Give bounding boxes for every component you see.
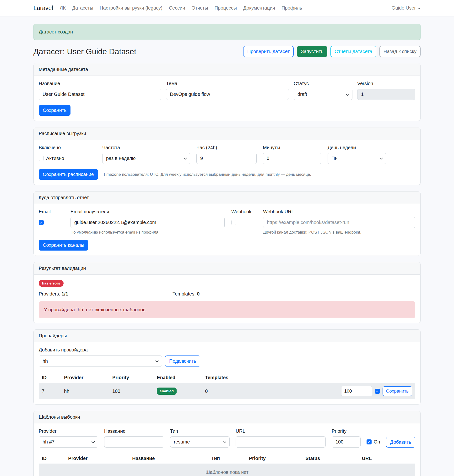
email-checkbox[interactable]: ✓ [39,220,44,225]
nav-item-legacy-settings[interactable]: Настройки выгрузки (legacy) [100,5,162,11]
channels-card: Куда отправлять отчет Email ✓ Email полу… [33,191,421,256]
template-type-select-value: resume [174,439,190,445]
back-to-list-button[interactable]: Назад к списку [379,46,421,57]
page-title: Датасет: User Guide Dataset [33,47,136,56]
schedule-active-checkbox[interactable] [39,156,44,161]
user-menu[interactable]: Guide User [392,5,421,11]
check-dataset-button[interactable]: Проверить датасет [243,46,294,57]
email-recipient-input[interactable] [70,217,225,228]
providers-col-provider: Provider [61,372,109,383]
topic-input[interactable] [166,89,289,100]
chevron-down-icon [346,92,349,95]
provider-priority-input[interactable] [341,386,372,396]
nav-item-datasets[interactable]: Датасеты [72,5,93,11]
hour-label: Час (24h) [197,145,257,150]
templates-col-priority: Priority [246,453,302,464]
email-recipient-label: Email получателя [70,209,225,215]
providers-card-header: Провайдеры [34,330,420,342]
add-template-button[interactable]: Добавить [386,437,415,447]
run-button[interactable]: Запустить [297,46,327,57]
chevron-down-icon [155,359,159,362]
template-provider-select[interactable]: hh #7 [39,436,98,447]
providers-col-priority: Priority [109,372,154,383]
channels-card-header: Куда отправлять отчет [34,192,420,204]
chevron-down-icon [183,156,187,160]
webhook-url-input[interactable] [263,217,415,228]
template-provider-select-value: hh #7 [43,439,54,445]
name-input[interactable] [39,89,161,100]
providers-table: ID Provider Priority Enabled Templates 7… [39,372,415,399]
save-channels-button[interactable]: Сохранить каналы [39,240,88,251]
weekday-select-value: Пн [331,156,337,161]
template-on-checkbox[interactable]: ✓ [367,439,371,445]
timezone-hint: Timezone пользователя: UTC. Для weekly и… [103,172,311,177]
save-provider-button[interactable]: Сохранить [383,386,412,396]
dataset-reports-button[interactable]: Отчеты датасета [331,46,376,57]
template-on-label: On [374,439,380,445]
templates-card-header: Шаблоны выборки [34,411,420,423]
nav-item-sessions[interactable]: Сессии [169,5,185,11]
frequency-label: Частота [102,145,190,150]
template-type-select[interactable]: resume [170,436,230,447]
validation-status-badge: has errors [39,280,64,287]
templates-col-url: URL [359,453,415,464]
providers-card: Провайдеры Добавить провайдера hh Подклю… [33,330,421,405]
validation-card-header: Результат валидации [34,262,420,275]
template-priority-label: Priority [332,428,361,434]
template-url-input[interactable] [236,436,326,447]
template-name-input[interactable] [104,436,164,447]
template-url-label: URL [236,428,326,434]
save-metadata-button[interactable]: Сохранить [39,105,70,116]
providers-count-value: 1/1 [62,291,68,296]
nav-item-docs[interactable]: Документация [243,5,275,11]
webhook-checkbox[interactable] [231,220,236,225]
templates-col-name: Название [129,453,208,464]
weekday-select[interactable]: Пн [328,153,386,164]
nav-item-reports[interactable]: Отчеты [192,5,208,11]
chevron-down-icon [91,440,95,443]
navbar: Laravel ЛК Датасеты Настройки выгрузки (… [0,0,454,16]
email-label: Email [39,209,64,215]
nav-item-lk[interactable]: ЛК [60,5,66,11]
webhook-hint: Другой канал доставки: POST JSON в ваш e… [263,230,415,235]
schedule-card-header: Расписание выгрузки [34,127,420,140]
check-icon: ✓ [368,440,371,444]
status-select-value: draft [297,92,307,97]
minutes-input[interactable] [263,153,321,164]
status-label: Статус [294,81,352,86]
connect-provider-button[interactable]: Подключить [165,355,200,367]
add-provider-select[interactable]: hh [39,355,162,367]
version-label: Version [357,81,415,86]
template-name-label: Название [104,428,164,434]
frequency-select[interactable]: раз в неделю [102,153,190,164]
brand-laravel[interactable]: Laravel [33,5,53,11]
webhook-label: Webhook [231,209,256,215]
providers-col-actions [338,372,415,383]
email-hint: По умолчанию используется email из профи… [70,230,225,235]
providers-col-id: ID [39,372,61,383]
save-schedule-button[interactable]: Сохранить расписание [39,169,98,180]
templates-count-value: 0 [197,291,199,296]
enabled-badge: enabled [157,388,177,395]
provider-name-cell: hh [61,383,109,399]
provider-id-cell: 7 [39,383,61,399]
templates-count-label: Templates: [173,291,196,296]
provider-priority-cell: 100 [109,383,154,399]
provider-enabled-checkbox[interactable]: ✓ [375,389,380,394]
metadata-card: Метаданные датасета Название Тема Статус… [33,63,421,121]
template-priority-input[interactable] [332,436,361,447]
templates-empty-row: Шаблонов пока нет [39,464,415,476]
nav-item-processes[interactable]: Процессы [215,5,237,11]
name-label: Название [39,81,161,86]
providers-col-templates: Templates [202,372,338,383]
status-select[interactable]: draft [294,89,352,100]
hour-input[interactable] [197,153,257,164]
user-menu-label: Guide User [392,5,416,11]
template-provider-label: Provider [39,428,98,434]
template-type-label: Тип [170,428,230,434]
templates-col-type: Тип [208,453,246,464]
providers-col-enabled: Enabled [154,372,202,383]
page-actions: Проверить датасет Запустить Отчеты датас… [243,46,421,57]
alert-dataset-created: Датасет создан [33,24,421,40]
nav-item-profile[interactable]: Профиль [281,5,302,11]
